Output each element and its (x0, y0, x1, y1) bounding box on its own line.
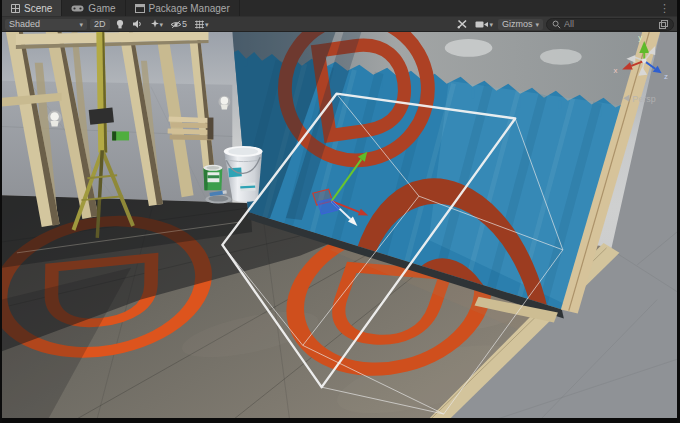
chevron-down-icon: ▾ (205, 21, 209, 28)
scene-camera-button[interactable]: ▾ (473, 19, 495, 30)
grid-visibility-button[interactable]: ▾ (192, 19, 211, 30)
tab-package-manager[interactable]: Package Manager (126, 0, 240, 16)
chevron-down-icon: ▾ (160, 21, 164, 28)
tab-game-label: Game (88, 3, 115, 14)
video-camera-icon (475, 20, 489, 29)
unity-editor-window: Scene Game Package Manager ⋮ Shaded ▾ 2D (0, 0, 680, 423)
toggle-2d-label: 2D (94, 19, 106, 30)
crossed-tools-icon (457, 19, 468, 29)
scene-view[interactable]: y x z Persp (2, 32, 677, 418)
scene-toolbar: Shaded ▾ 2D ▾ 5 ▾ ▾ (2, 16, 677, 32)
hidden-object-count: 5 (182, 19, 187, 29)
svg-text:Persp: Persp (632, 94, 655, 104)
tab-scene[interactable]: Scene (2, 0, 62, 16)
sparkle-fx-icon (150, 19, 160, 29)
chevron-down-icon: ▾ (535, 21, 539, 28)
chevron-down-icon: ▾ (79, 21, 83, 28)
grid-snap-icon (194, 20, 205, 29)
tab-overflow-menu[interactable]: ⋮ (652, 0, 677, 16)
scene-render[interactable]: y x z Persp (2, 32, 677, 418)
open-search-window-icon (659, 20, 668, 29)
gizmos-dropdown[interactable]: Gizmos ▾ (498, 19, 543, 30)
paint-can[interactable] (204, 165, 223, 190)
search-icon (552, 20, 561, 29)
scene-audio-button[interactable] (130, 19, 145, 30)
speaker-icon (132, 19, 143, 29)
tab-package-manager-label: Package Manager (149, 3, 230, 14)
search-input[interactable] (564, 19, 656, 29)
tab-bar: Scene Game Package Manager ⋮ (2, 0, 677, 16)
draw-mode-dropdown[interactable]: Shaded ▾ (5, 19, 87, 30)
lightbulb-icon (115, 19, 125, 30)
x-axis-label: x (613, 66, 617, 75)
grid-icon (11, 4, 20, 13)
z-axis-label: z (664, 72, 668, 81)
tab-scene-label: Scene (24, 3, 52, 14)
y-axis-label: y (638, 33, 642, 42)
chevron-down-icon: ▾ (489, 21, 493, 28)
draw-mode-label: Shaded (9, 19, 40, 30)
scene-search-field[interactable] (546, 18, 674, 31)
scene-visibility-button[interactable]: 5 (168, 19, 189, 30)
eye-hidden-icon (170, 20, 182, 29)
window-bottom-edge (2, 418, 677, 423)
component-tools-button[interactable] (455, 19, 470, 30)
scene-lighting-button[interactable] (113, 19, 127, 30)
toggle-2d-button[interactable]: 2D (90, 19, 110, 30)
gamepad-icon (71, 4, 84, 13)
scene-effects-button[interactable]: ▾ (148, 19, 166, 30)
tab-game[interactable]: Game (62, 0, 125, 16)
package-icon (135, 4, 145, 13)
gizmos-label: Gizmos (502, 19, 533, 30)
kebab-menu-icon: ⋮ (659, 2, 670, 15)
